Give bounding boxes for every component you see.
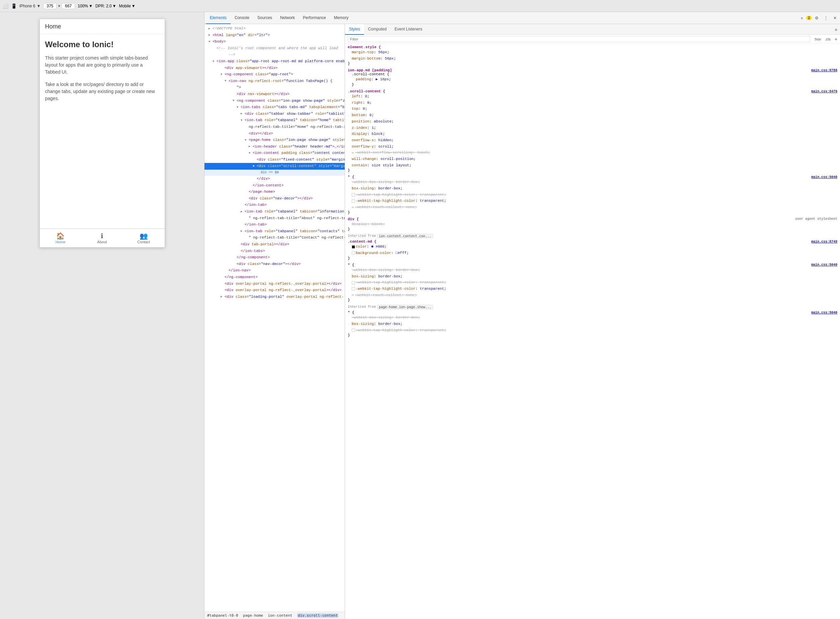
triangle-icon[interactable]: ▶ bbox=[221, 295, 224, 299]
device-type-selector[interactable]: Mobile ▼ bbox=[119, 4, 135, 8]
dom-line[interactable]: </ion-tab> bbox=[205, 202, 345, 208]
dom-line[interactable]: ▼<ng-component class="ion-page show-page… bbox=[205, 98, 345, 105]
tab-performance[interactable]: Performance bbox=[299, 12, 330, 24]
phone-tab-contact[interactable]: 👥 Contact bbox=[123, 229, 164, 247]
width-input[interactable] bbox=[43, 3, 57, 9]
close-button[interactable]: ✕ bbox=[831, 14, 839, 22]
dom-line[interactable]: ▶<ion-tab role="tabpanel" tabicon="conta… bbox=[205, 228, 345, 235]
dom-line[interactable]: ▶<!DOCTYPE html> bbox=[205, 25, 345, 32]
file-ref[interactable]: main.css:8788 bbox=[811, 69, 837, 72]
breadcrumb-item[interactable]: page-home bbox=[243, 613, 263, 618]
device-selector[interactable]: iPhone 6 ▼ bbox=[19, 4, 40, 8]
triangle-icon[interactable]: ▶ bbox=[241, 111, 245, 116]
tab-styles[interactable]: Styles bbox=[345, 24, 364, 35]
dom-line[interactable]: <div></div> bbox=[205, 130, 345, 137]
dock-button[interactable]: ⋮ bbox=[822, 14, 830, 22]
dom-line[interactable]: "> bbox=[205, 84, 345, 91]
tab-memory[interactable]: Memory bbox=[330, 12, 353, 24]
dom-line[interactable]: ▶<div class="tabbar show-tabbar" role="t… bbox=[205, 111, 345, 117]
dom-content[interactable]: ▶<!DOCTYPE html> ▶<html lang="en" dir="l… bbox=[205, 24, 345, 612]
triangle-icon[interactable]: ▼ bbox=[241, 118, 245, 123]
dom-line[interactable]: ▼<ng-component class="app-root"> bbox=[205, 71, 345, 78]
file-ref[interactable]: main.css:5040 bbox=[811, 311, 837, 314]
triangle-icon[interactable]: ▼ bbox=[221, 72, 224, 77]
dom-line[interactable]: ▶<div class="loading-portal" overlay-por… bbox=[205, 294, 345, 301]
phone-tab-home[interactable]: 🏠 Home bbox=[40, 229, 81, 247]
triangle-icon[interactable]: ▶ bbox=[241, 229, 245, 233]
file-ref[interactable]: main.css:8476 bbox=[811, 90, 837, 93]
dom-line[interactable]: ▼<ion-tabs class="tabs tabs-md" tabsplac… bbox=[205, 104, 345, 111]
triangle-icon[interactable]: ▼ bbox=[249, 151, 253, 155]
dom-line[interactable]: </ion-tabs> bbox=[205, 248, 345, 255]
triangle-icon[interactable]: ▼ bbox=[237, 105, 241, 110]
add-style-rule-button[interactable]: + bbox=[835, 36, 837, 42]
dpr-selector[interactable]: DPR: 2.0 ▼ bbox=[96, 4, 117, 8]
dom-line[interactable]: ▶<html lang="en" dir="ltr"> bbox=[205, 32, 345, 39]
dom-line[interactable]: </ion-content> bbox=[205, 182, 345, 189]
dom-line[interactable]: <div class="nav-decor"></div> bbox=[205, 261, 345, 268]
triangle-icon[interactable]: ▼ bbox=[245, 138, 249, 142]
dom-line[interactable]: ▼<ion-nav ng-reflect-root="function Tabs… bbox=[205, 78, 345, 85]
more-tabs-button[interactable]: » bbox=[799, 14, 805, 22]
dom-line[interactable]: ▼<body> bbox=[205, 39, 345, 45]
dom-line[interactable]: </ng-component> bbox=[205, 254, 345, 261]
dom-line[interactable]: <div app-viewport></div> bbox=[205, 65, 345, 72]
styles-tab-more[interactable]: » bbox=[832, 27, 840, 32]
inherited-tag[interactable]: ion-content.content.con... bbox=[377, 234, 433, 238]
triangle-icon[interactable]: ▶ bbox=[208, 27, 212, 31]
device-toggle-icon[interactable]: 📱 bbox=[11, 3, 17, 9]
triangle-icon[interactable]: ▶ bbox=[208, 33, 212, 37]
file-ref[interactable]: main.css:8749 bbox=[811, 240, 837, 244]
dom-line[interactable]: ▼<page-home class="ion-page show-page" s… bbox=[205, 137, 345, 144]
dom-line[interactable]: ▼<ion-content padding class="content con… bbox=[205, 150, 345, 157]
styles-filter-input[interactable] bbox=[348, 36, 810, 42]
tab-elements[interactable]: Elements bbox=[206, 12, 230, 24]
dom-line[interactable]: <div overlay-portal ng-reflect-_overlay-… bbox=[205, 281, 345, 287]
dom-line[interactable]: <div nav-viewport></div> bbox=[205, 91, 345, 98]
dom-line[interactable]: ng-reflect-tab-title="Home" ng-reflect-t… bbox=[205, 124, 345, 130]
triangle-icon[interactable]: ▶ bbox=[241, 209, 245, 214]
dom-line[interactable]: ▼<ion-tab role="tabpanel" tabicon="home"… bbox=[205, 117, 345, 124]
file-ref[interactable]: main.css:5040 bbox=[811, 263, 837, 267]
settings-button[interactable]: ⚙ bbox=[813, 14, 821, 22]
dom-line[interactable]: </ion-tab> bbox=[205, 221, 345, 228]
phone-tab-about[interactable]: ℹ About bbox=[81, 229, 123, 247]
breadcrumb-selected[interactable]: div.scroll-content bbox=[297, 613, 338, 618]
hov-button[interactable]: :hov bbox=[813, 37, 823, 42]
tab-event-listeners[interactable]: Event Listeners bbox=[390, 24, 426, 35]
triangle-icon[interactable]: ▶ bbox=[249, 144, 253, 149]
dom-line[interactable]: </ng-component> bbox=[205, 274, 345, 281]
zoom-selector[interactable]: 100% ▼ bbox=[78, 4, 93, 8]
dom-line[interactable]: --> bbox=[205, 52, 345, 58]
dom-line[interactable]: <div class="fixed-content" style="margin… bbox=[205, 157, 345, 163]
triangle-icon[interactable]: ▼ bbox=[224, 79, 229, 83]
dom-line[interactable]: div == $0 bbox=[205, 170, 345, 176]
tab-console[interactable]: Console bbox=[230, 12, 253, 24]
dom-line[interactable]: <div class="nav-decor"></div> bbox=[205, 195, 345, 202]
dom-line[interactable]: </ion-nav> bbox=[205, 267, 345, 274]
inspect-icon[interactable]: ⬜ bbox=[3, 3, 8, 9]
dom-line[interactable]: ▼<ion-app class="app-root app-root-md md… bbox=[205, 58, 345, 65]
breadcrumb-item[interactable]: #tabpanel-t0-0 bbox=[207, 613, 238, 618]
triangle-icon[interactable]: ▼ bbox=[212, 59, 217, 64]
dom-line[interactable]: <!-- Ionic's root component and where th… bbox=[205, 45, 345, 52]
triangle-icon[interactable]: ▼ bbox=[233, 99, 237, 103]
dom-line-selected[interactable]: ▼<div class="scroll-content" style="marg… bbox=[205, 163, 345, 170]
triangle-icon[interactable]: ▼ bbox=[208, 39, 212, 44]
tab-computed[interactable]: Computed bbox=[364, 24, 390, 35]
dom-line[interactable]: <div tab-portal></div> bbox=[205, 241, 345, 248]
inherited-tag[interactable]: page-home.ion-page.show... bbox=[377, 305, 433, 309]
dom-line[interactable]: <div overlay-portal ng-reflect-_overlay-… bbox=[205, 287, 345, 294]
dom-line[interactable]: ▶<ion-header class="header header-md">…<… bbox=[205, 144, 345, 150]
dom-line[interactable]: </div> bbox=[205, 176, 345, 182]
dom-line[interactable]: " ng-reflect-tab-title="About" ng-reflec… bbox=[205, 215, 345, 222]
dom-line[interactable]: ▶<ion-tab role="tabpanel" tabicon="infor… bbox=[205, 208, 345, 215]
dom-line[interactable]: </page-home> bbox=[205, 189, 345, 195]
height-input[interactable] bbox=[61, 3, 75, 9]
breadcrumb-item[interactable]: ion-content bbox=[268, 613, 293, 618]
cls-button[interactable]: .cls bbox=[824, 37, 832, 42]
file-ref[interactable]: main.css:5040 bbox=[811, 175, 837, 179]
tab-sources[interactable]: Sources bbox=[253, 12, 276, 24]
tab-network[interactable]: Network bbox=[276, 12, 299, 24]
dom-line[interactable]: " ng-reflect-tab-title="Contact" ng-refl… bbox=[205, 235, 345, 241]
